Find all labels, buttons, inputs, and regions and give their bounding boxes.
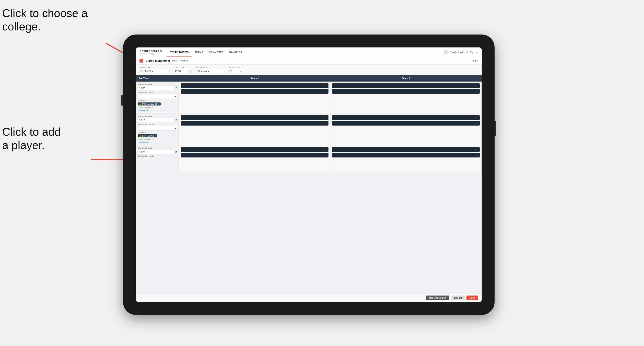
x-icon-5-2[interactable]: × <box>324 154 325 156</box>
chevron-icon-2-2[interactable]: ⌄ <box>477 90 478 92</box>
chevron-icon-6-2[interactable]: ⌄ <box>477 154 478 156</box>
reset-button[interactable]: Reset Changes <box>426 296 449 300</box>
course-icon-1: ⛳ <box>139 103 142 105</box>
chevron-icon-3-2[interactable]: ⌄ <box>326 122 327 124</box>
starting-hole-select-2[interactable]: 1 <box>138 126 177 131</box>
starting-hole-wrap-1: 1 <box>138 94 177 99</box>
add-group-2[interactable]: + Add Group <box>138 141 177 144</box>
tablet-screen: SCOREBOARD Powered by clippd TOURNAMENTS… <box>136 47 482 302</box>
group-meta-3: STARTING TIME: ⏱ STARTING HOLE: <box>136 145 179 171</box>
nav-links: TOURNAMENTS TEAMS COMMITTEE RANKINGS <box>167 47 444 57</box>
group-size-select-wrap: 3 2 4 <box>229 69 242 73</box>
x-icon-4-1[interactable]: × <box>475 117 476 119</box>
player-slot-2-1[interactable]: × ⌄ <box>332 83 480 88</box>
starting-hole-wrap-2: 1 <box>138 126 177 131</box>
course-tag-2[interactable]: ⛳ East Lake GC × <box>138 134 157 137</box>
group-size-label: Group Size <box>229 66 242 68</box>
nav-link-teams[interactable]: TEAMS <box>192 47 206 57</box>
chevron-icon-1-1[interactable]: ⌄ <box>326 85 327 87</box>
player-slot-4-2[interactable]: × ⌄ <box>332 121 480 126</box>
starting-hole-select-1[interactable]: 1 <box>138 94 177 99</box>
chevron-icon-2-1[interactable]: ⌄ <box>477 85 478 87</box>
x-icon-6-1[interactable]: × <box>475 148 476 151</box>
starting-time-input-3[interactable] <box>138 150 174 154</box>
player-slot-icons-2-2: × ⌄ <box>475 90 478 92</box>
intervals-group: Intervals 10 Minutes 8 Minutes 12 Minute… <box>196 66 226 73</box>
player-slot-5-2[interactable]: × ⌄ <box>181 153 328 158</box>
back-icon: ‹ <box>472 59 473 62</box>
starting-time-wrap-2: ⏱ <box>138 118 177 122</box>
team1-cell-2: × ⌄ × ⌄ <box>179 114 330 145</box>
course-tag-1[interactable]: ⛳ (A) Peachtree GC × <box>138 102 161 106</box>
x-icon-3-1[interactable]: × <box>324 117 325 119</box>
player-slot-icons-6-2: × ⌄ <box>475 154 478 156</box>
remove-group-1[interactable]: ○ Remove Group <box>138 106 177 109</box>
player-slot-icons-5-2: × ⌄ <box>324 154 327 156</box>
x-icon-3-2[interactable]: × <box>324 122 325 124</box>
team2-cell-3: × ⌄ × ⌄ <box>330 145 482 171</box>
chevron-icon-5-2[interactable]: ⌄ <box>326 154 327 156</box>
player-slot-2-2[interactable]: × ⌄ <box>332 89 480 94</box>
remove-group-2[interactable]: ○ Remove Group <box>138 138 177 141</box>
player-slot-5-1[interactable]: × ⌄ <box>181 147 328 152</box>
th-tee-time: Tee Time <box>136 75 179 81</box>
gender-badge: (Men) <box>172 59 178 62</box>
starting-time-input-1[interactable] <box>138 86 174 90</box>
player-slot-icons-2-1: × ⌄ <box>475 85 478 87</box>
x-icon-1-2[interactable]: × <box>324 90 325 92</box>
back-button[interactable]: ‹ Back <box>472 59 478 62</box>
player-slot-icons-1-2: × ⌄ <box>324 90 327 92</box>
x-icon-2-1[interactable]: × <box>475 85 476 87</box>
player-slot-icons-3-1: × ⌄ <box>324 117 327 119</box>
x-icon-6-2[interactable]: × <box>475 154 476 156</box>
chevron-icon-1-2[interactable]: ⌄ <box>326 90 327 92</box>
start-time-input[interactable] <box>173 69 188 73</box>
chevron-icon-4-2[interactable]: ⌄ <box>477 122 478 124</box>
player-slot-3-2[interactable]: × ⌄ <box>181 121 328 126</box>
player-slot-6-2[interactable]: × ⌄ <box>332 153 480 158</box>
intervals-select-wrap: 10 Minutes 8 Minutes 12 Minutes <box>196 69 226 73</box>
add-group-1[interactable]: + Add Group <box>138 109 177 112</box>
nav-link-tournaments[interactable]: TOURNAMENTS <box>167 47 192 57</box>
nav-link-committee[interactable]: COMMITTEE <box>206 47 226 57</box>
starting-hole-label-1: STARTING HOLE: <box>138 91 177 93</box>
x-icon-5-1[interactable]: × <box>324 148 325 151</box>
tablet-left-button[interactable] <box>121 95 123 106</box>
intervals-select[interactable]: 10 Minutes 8 Minutes 12 Minutes <box>196 69 226 73</box>
x-icon-4-2[interactable]: × <box>475 122 476 124</box>
chevron-icon-6-1[interactable]: ⌄ <box>477 148 478 151</box>
x-icon-1-1[interactable]: × <box>324 85 325 87</box>
course-remove-2[interactable]: × <box>155 135 156 137</box>
player-slot-1-2[interactable]: × ⌄ <box>181 89 328 94</box>
starting-time-label-2: STARTING TIME: <box>138 115 177 117</box>
course-remove-1[interactable]: × <box>158 103 160 105</box>
player-slot-icons-1-1: × ⌄ <box>324 85 327 87</box>
player-slot-icons-5-1: × ⌄ <box>324 148 327 151</box>
chevron-icon-5-1[interactable]: ⌄ <box>326 148 327 151</box>
start-type-select[interactable]: 1st Tee Start Shotgun Start <box>140 69 170 73</box>
player-slot-4-1[interactable]: × ⌄ <box>332 115 480 120</box>
chevron-icon-4-1[interactable]: ⌄ <box>477 117 478 119</box>
nav-link-rankings[interactable]: RANKINGS <box>226 47 245 57</box>
starting-time-input-2[interactable] <box>138 118 174 122</box>
brand-title: SCOREBOARD <box>140 50 162 53</box>
player-slot-icons-6-1: × ⌄ <box>475 148 478 151</box>
cancel-button[interactable]: Cancel <box>451 296 465 300</box>
chevron-icon-3-1[interactable]: ⌄ <box>326 117 327 119</box>
clock-icon-1: ⏱ <box>175 87 177 90</box>
group-meta-1: STARTING TIME: ⏱ STARTING HOLE: 1 COURSE… <box>136 82 179 113</box>
player-slot-6-1[interactable]: × ⌄ <box>332 147 480 152</box>
th-team1: Team 1 <box>179 75 330 81</box>
tablet-right-button[interactable] <box>494 121 496 136</box>
save-button[interactable]: Save <box>466 296 478 300</box>
sign-out-link[interactable]: Sign out <box>470 51 478 53</box>
group-size-select[interactable]: 3 2 4 <box>229 69 242 73</box>
user-email: blair@clippd.io <box>450 51 465 53</box>
player-slot-1-1[interactable]: × ⌄ <box>181 83 328 88</box>
app-container: SCOREBOARD Powered by clippd TOURNAMENTS… <box>136 47 482 302</box>
player-slot-icons-4-1: × ⌄ <box>475 117 478 119</box>
team1-cell-1: × ⌄ × ⌄ <box>179 82 330 113</box>
x-icon-2-2[interactable]: × <box>475 90 476 92</box>
annotation-choose-college: Click to choose a college. <box>2 6 88 33</box>
player-slot-3-1[interactable]: × ⌄ <box>181 115 328 120</box>
